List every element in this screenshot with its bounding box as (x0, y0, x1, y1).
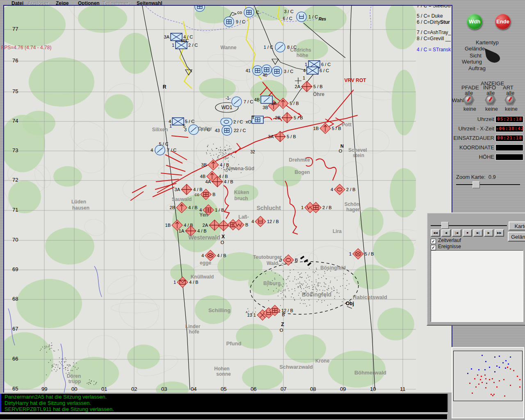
grid-label-row: 70 (12, 237, 18, 243)
town-dot (300, 303, 301, 304)
town-dot (281, 291, 281, 292)
town-dot (323, 276, 324, 276)
gelände-button[interactable]: Gelände (508, 232, 525, 242)
anzeige-pfade-keine: keine (463, 106, 476, 112)
play-button[interactable]: ▶ (484, 229, 493, 237)
place-label: Hohen (214, 366, 229, 372)
step-forward-button[interactable]: ▶| (473, 229, 483, 237)
town-dot (268, 300, 269, 301)
town-dot (285, 290, 285, 291)
minimap-red-unit-dot (507, 367, 508, 368)
town-dot (317, 283, 318, 283)
town-dot (330, 304, 331, 305)
town-dot (94, 384, 94, 385)
town-dot (282, 286, 283, 287)
unit-label: 4 / B (197, 228, 207, 233)
town-dot (226, 158, 226, 158)
unit-label: 4 / B (217, 253, 226, 258)
town-dot (278, 296, 278, 297)
map-canvas[interactable]: 2A5 / B1A5 / B2B5 / B1B5 / B3A5 / B42 / … (4, 6, 416, 393)
town-dot (318, 299, 319, 300)
town-dot (282, 298, 283, 299)
town-dot (325, 287, 326, 288)
town-dot (68, 366, 69, 367)
map-annotation: Z (281, 322, 284, 327)
town-dot (312, 289, 313, 290)
minimap-panel[interactable] (452, 347, 524, 418)
reverse-play-button[interactable]: ◀ (441, 229, 451, 237)
kartentyp-option-auftrag[interactable]: Auftrag (468, 65, 486, 71)
town-dot (322, 300, 322, 301)
town-dot (322, 290, 323, 291)
kartentyp-option-wertung[interactable]: Wertung (462, 59, 482, 65)
step-back-button[interactable]: |◀ (452, 229, 461, 237)
kartentyp-title: Kartentyp (476, 39, 499, 46)
place-label: Knüllwald (191, 274, 214, 280)
wdh-button[interactable]: Wdh (467, 14, 482, 30)
town-dot (316, 280, 317, 281)
forest-area (53, 166, 82, 187)
town-dot (289, 290, 290, 291)
readout-label: KOORDINATE (441, 144, 494, 151)
minimap-red-unit-dot (485, 378, 486, 379)
town-dot (309, 300, 310, 301)
rewind-button[interactable]: ◀◀ (431, 229, 440, 237)
town-dot (327, 305, 328, 306)
place-label: Almena-Süd (226, 166, 254, 171)
map-zoom-slider-handle[interactable] (472, 181, 480, 188)
minimap-canvas[interactable] (453, 351, 523, 401)
anzeige-info-knob[interactable] (485, 95, 496, 105)
ende-button[interactable]: Ende (495, 14, 511, 30)
map-annotation: Res (319, 17, 326, 21)
karte-button[interactable]: Karte (509, 221, 525, 231)
anzeige-art-knob[interactable] (504, 95, 516, 105)
kartentyp-pointer-knob[interactable] (484, 48, 502, 63)
town-dot (53, 366, 54, 367)
town-dot (346, 285, 347, 286)
minimap-blue-unit-dot (471, 368, 472, 370)
town-dot (57, 367, 58, 368)
forest-area (105, 94, 133, 119)
town-dot (300, 286, 301, 287)
town-dot (300, 274, 301, 274)
checkbox-zeitverlauf[interactable]: ✓Zeitverlauf (431, 237, 461, 244)
town-dot (89, 382, 90, 383)
place-label: Böhmerwald (354, 370, 386, 376)
kartentyp-option-sicht[interactable]: Sicht (470, 52, 482, 59)
forest-area (45, 228, 94, 265)
unit-label: 1 / C (264, 45, 273, 50)
minimap-red-unit-dot (504, 395, 505, 397)
town-dot (66, 359, 66, 360)
town-dot (52, 367, 52, 368)
anzeige-pfade-knob[interactable] (463, 95, 475, 105)
town-dot (64, 368, 64, 369)
town-dot (221, 168, 222, 169)
unit-label: B (295, 258, 298, 262)
town-dot (72, 370, 73, 371)
playback-slider-handle[interactable] (441, 222, 449, 229)
kartentyp-option-gelände[interactable]: Gelände (465, 46, 485, 52)
grid-label-row: 71 (12, 207, 18, 213)
town-dot (217, 157, 218, 158)
map-window[interactable]: 2A5 / B1A5 / B2B5 / B1B5 / B3A5 / B42 / … (3, 5, 452, 395)
map-zoom-slider-track[interactable] (456, 184, 520, 185)
place-label: Küken (234, 189, 249, 195)
town-dot (343, 298, 344, 299)
readout-value-uhrzeitxzeit: -06:38:42 (495, 126, 523, 132)
map-annotation: Obj (346, 301, 354, 306)
checkbox-box[interactable]: ✓ (431, 245, 436, 250)
town-dot (61, 361, 62, 362)
unit-label: 5 / B (290, 101, 299, 106)
town-dot (59, 358, 60, 358)
stop-button[interactable]: ■ (463, 229, 472, 237)
forest-area (377, 308, 414, 340)
chat-input-line[interactable] (0, 414, 447, 419)
town-dot (301, 300, 302, 301)
fast-forward-button[interactable]: ▶▶ (495, 229, 504, 237)
map-zoom-label: Zoom Karte: 0.9 (456, 174, 496, 180)
town-dot (75, 367, 76, 368)
unit-label: 5 / B (365, 251, 374, 256)
checkbox-ereignisse[interactable]: ✓Ereignisse (431, 244, 461, 250)
event-listbox[interactable] (431, 250, 523, 322)
place-label: Wanne (221, 45, 237, 50)
